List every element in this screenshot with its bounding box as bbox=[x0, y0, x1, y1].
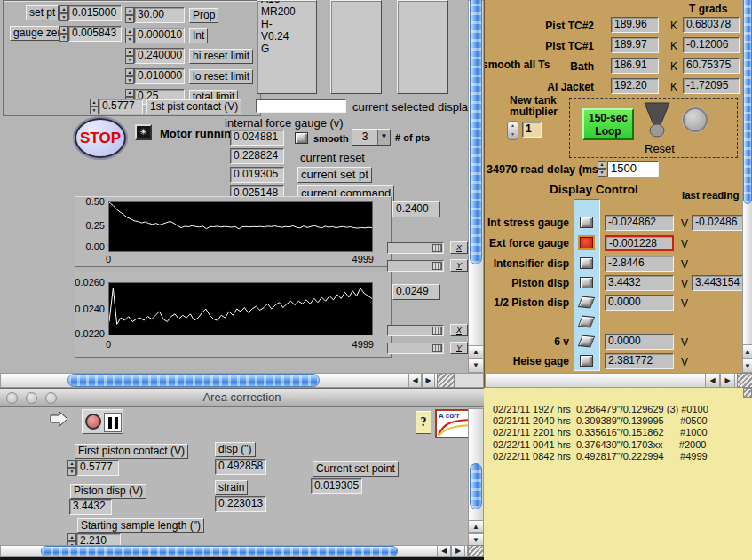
new-tank-stepper[interactable] bbox=[507, 121, 518, 140]
chart1-x-slider[interactable] bbox=[387, 242, 444, 254]
vertical-scrollbar-thumb[interactable] bbox=[470, 0, 482, 264]
current-selected-field[interactable] bbox=[256, 99, 346, 113]
resize-grip[interactable] bbox=[737, 373, 752, 388]
scroll-right-button[interactable] bbox=[451, 545, 465, 557]
num-pts-dropdown[interactable]: 3 ▼ bbox=[352, 129, 391, 146]
dc-unit: V bbox=[681, 336, 688, 349]
dc-unit: V bbox=[681, 238, 688, 250]
zoom-button[interactable] bbox=[45, 392, 57, 404]
pist-contact-field[interactable]: 0.5777 bbox=[99, 99, 143, 114]
x-tick: 4999 bbox=[342, 339, 374, 350]
resize-grip[interactable] bbox=[743, 388, 752, 398]
dc-label: 6 v bbox=[485, 335, 569, 348]
scroll-up-button[interactable] bbox=[468, 520, 484, 533]
help-button[interactable]: ? bbox=[416, 411, 431, 434]
stop-button[interactable]: STOP bbox=[75, 118, 126, 158]
screen: set pt 0.015000 gauge zero 0.005843 30.0… bbox=[0, 0, 752, 560]
lo-reset-field[interactable]: 0.010000 bbox=[134, 68, 185, 84]
new-tank-value[interactable]: 1 bbox=[522, 122, 542, 138]
log-text[interactable]: 02/21/11 1927 hrs 0.286479"/0.129629 (3)… bbox=[493, 404, 708, 462]
chart2-y-slider[interactable] bbox=[387, 343, 444, 354]
temp-label: Al Jacket bbox=[485, 81, 594, 93]
close-button[interactable] bbox=[6, 392, 18, 404]
x-scale-button[interactable]: X bbox=[450, 324, 468, 336]
y-scale-button[interactable]: Y bbox=[450, 342, 468, 354]
resize-grip[interactable] bbox=[468, 545, 484, 557]
prop-field[interactable]: 30.00 bbox=[134, 7, 185, 23]
hi-reset-label: hi reset limit bbox=[189, 49, 253, 64]
temp-unit: K bbox=[670, 20, 677, 32]
file-listbox-1[interactable]: A16 MR200 H- V0.24 G bbox=[257, 0, 317, 94]
current-setpt-label: current set pt bbox=[297, 167, 372, 183]
y-tick: 0.25 bbox=[75, 220, 105, 231]
pid-settings-panel: set pt 0.015000 gauge zero 0.005843 30.0… bbox=[3, 0, 261, 116]
smooth-toggle[interactable] bbox=[295, 132, 308, 144]
sample-length-label: Starting sample length (") bbox=[77, 518, 204, 533]
set-pt-field[interactable]: 0.015000 bbox=[68, 5, 122, 21]
temp-grad: 60.75375 bbox=[683, 58, 740, 74]
abort-button[interactable] bbox=[85, 414, 101, 430]
log-line: 02/22/11 0041 hrs 0.376430"/0.1703xx #20… bbox=[493, 439, 708, 451]
scroll-left-button[interactable] bbox=[437, 545, 451, 557]
read-delay-field[interactable]: 1500 bbox=[607, 161, 659, 177]
motor-running-toggle[interactable]: ✳ bbox=[135, 124, 152, 140]
scroll-up-button[interactable] bbox=[468, 345, 484, 359]
vertical-scrollbar-thumb[interactable] bbox=[470, 463, 482, 509]
loop-button[interactable]: 150-sec Loop bbox=[582, 108, 634, 140]
pause-button[interactable] bbox=[104, 413, 122, 432]
scroll-left-button[interactable] bbox=[705, 373, 720, 388]
chart1-y-slider[interactable] bbox=[387, 260, 444, 272]
reset-funnel-icon[interactable] bbox=[640, 100, 674, 141]
scroll-down-button[interactable] bbox=[742, 359, 752, 373]
smoothed-reading-field: 0.024881 bbox=[230, 130, 284, 146]
pist-contact-spinner[interactable] bbox=[90, 99, 99, 114]
smooth-label: smooth bbox=[313, 133, 349, 144]
lo-reset-spinner[interactable] bbox=[125, 68, 134, 84]
y-tick: 0.50 bbox=[75, 196, 105, 207]
chart1-cursor-box[interactable]: 0.2400 bbox=[392, 201, 440, 217]
int-field[interactable]: 0.000010 bbox=[134, 28, 185, 43]
piston-disp-label: Piston disp (V) bbox=[70, 484, 146, 499]
dc-toggle[interactable] bbox=[580, 257, 593, 269]
current-reset-label: current reset bbox=[300, 151, 365, 164]
log-line: 02/21/11 2040 hrs 0.309389"/0.139995 #05… bbox=[493, 415, 708, 427]
first-piston-field[interactable]: 0.5777 bbox=[76, 460, 119, 476]
set-pt-spinner[interactable] bbox=[59, 5, 68, 21]
hi-reset-spinner[interactable] bbox=[125, 48, 134, 64]
scroll-up-button[interactable] bbox=[742, 344, 752, 359]
dc-toggle[interactable] bbox=[580, 217, 593, 228]
vertical-scrollbar-thumb[interactable] bbox=[743, 0, 752, 204]
dc-toggle[interactable] bbox=[580, 277, 593, 288]
gauge-zero-field[interactable]: 0.005843 bbox=[68, 26, 122, 42]
current-setpoint-field: 0.019305 bbox=[311, 478, 362, 494]
horizontal-scrollbar-thumb[interactable] bbox=[41, 546, 398, 556]
int-spinner[interactable] bbox=[125, 28, 134, 43]
dc-label: Heise gage bbox=[485, 355, 569, 367]
prop-spinner[interactable] bbox=[125, 7, 134, 23]
file-listbox-2[interactable] bbox=[330, 0, 382, 94]
scroll-right-button[interactable] bbox=[720, 373, 735, 388]
y-scale-button[interactable]: Y bbox=[450, 259, 468, 272]
read-delay-spinner[interactable] bbox=[598, 161, 606, 177]
file-listbox-3[interactable] bbox=[397, 0, 448, 94]
temp-label: Pist TC#1 bbox=[485, 40, 594, 52]
dc-toggle[interactable] bbox=[580, 355, 593, 367]
dc-last-reading: 3.443154 bbox=[692, 275, 748, 291]
dc-toggle[interactable] bbox=[580, 237, 593, 248]
titlebar[interactable]: Area correction bbox=[0, 389, 484, 407]
lo-reset-label: lo reset limit bbox=[189, 69, 253, 84]
y-tick: 0.0220 bbox=[67, 328, 105, 339]
run-arrow-icon[interactable] bbox=[49, 411, 70, 427]
scroll-left-button[interactable] bbox=[408, 373, 422, 388]
scroll-down-button[interactable] bbox=[468, 359, 484, 373]
scroll-right-button[interactable] bbox=[422, 373, 435, 388]
resize-grip[interactable] bbox=[437, 373, 455, 388]
horizontal-scrollbar-thumb[interactable] bbox=[67, 374, 320, 387]
first-piston-spinner[interactable] bbox=[67, 460, 76, 476]
x-scale-button[interactable]: X bbox=[450, 241, 468, 254]
hi-reset-field[interactable]: 0.240000 bbox=[134, 48, 185, 64]
chart2-x-slider[interactable] bbox=[387, 325, 444, 336]
minimize-button[interactable] bbox=[26, 392, 37, 404]
gauge-zero-spinner[interactable] bbox=[59, 26, 68, 42]
chart2-cursor-box[interactable]: 0.0249 bbox=[392, 284, 440, 300]
